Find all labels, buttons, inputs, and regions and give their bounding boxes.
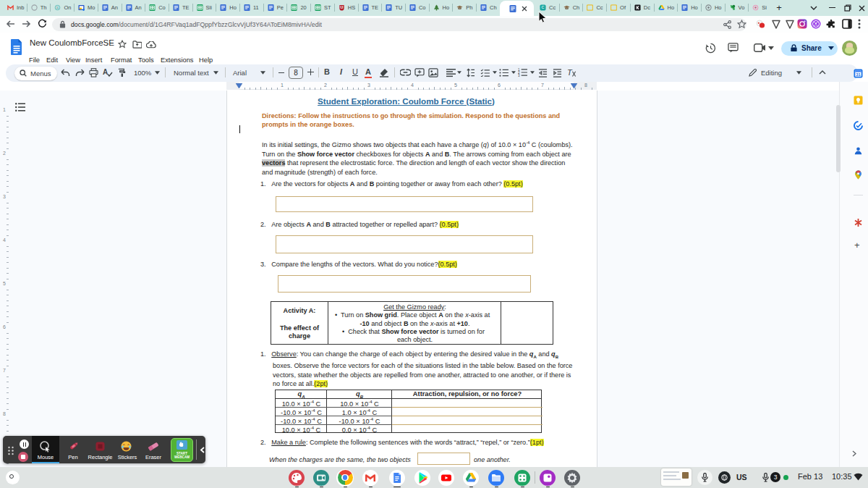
svg-text:3: 3 — [518, 74, 520, 77]
svg-text:T: T — [567, 68, 573, 77]
svg-text:31: 31 — [856, 72, 861, 77]
